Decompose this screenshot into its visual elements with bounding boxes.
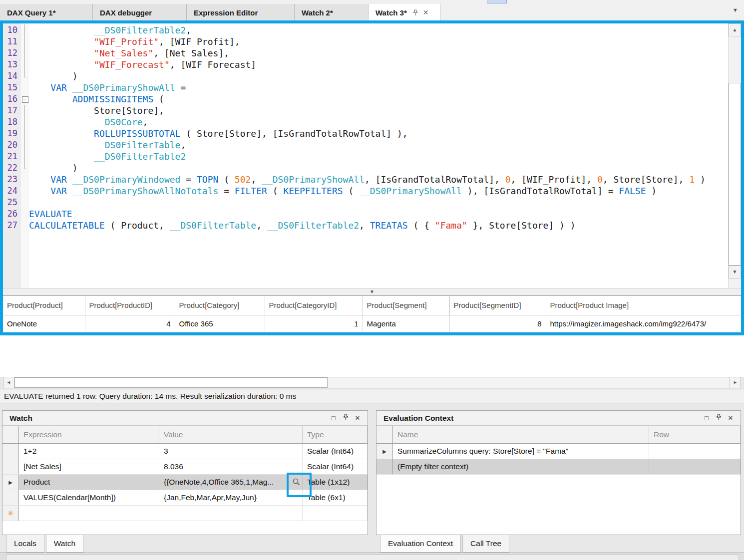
fold-margin [21, 208, 29, 220]
scroll-down-arrow-icon[interactable]: ▼ [729, 266, 741, 279]
watch-row-header[interactable] [2, 459, 19, 474]
watch-value-cell: {{OneNote,4,Office 365,1,Mag... [159, 475, 303, 490]
column-header-row[interactable]: Row [649, 426, 741, 443]
tab-expression-editor[interactable]: Expression Editor [187, 4, 295, 21]
maximize-icon[interactable]: □ [701, 414, 713, 422]
column-header-name[interactable]: Name [393, 426, 649, 443]
tab-watch-3[interactable]: Watch 3*✕ [369, 4, 440, 21]
code-line: 13 "WIF_Forecast", [WIF Forecast] [3, 59, 728, 70]
pin-icon[interactable] [340, 414, 352, 422]
cell-text: {Jan,Feb,Mar,Apr,May,Jun} [164, 493, 257, 502]
maximize-icon[interactable]: □ [328, 414, 340, 422]
results-column-product-product[interactable]: Product[Product] [3, 296, 85, 315]
fold-margin [21, 82, 29, 93]
results-column-product-categoryid[interactable]: Product[CategoryID] [265, 296, 363, 315]
close-icon[interactable]: ✕ [725, 414, 737, 422]
cell-text: 8.036 [164, 462, 183, 471]
watch-expression-cell[interactable] [19, 506, 159, 521]
fold-margin [21, 24, 29, 36]
fold-margin [21, 105, 29, 116]
results-column-product-segment[interactable]: Product[Segment] [363, 296, 449, 315]
line-number: 10 [3, 24, 21, 36]
watch-grid: ExpressionValueType1+23Scalar (Int64)[Ne… [2, 426, 368, 535]
watch-type-cell: Table (6x1) [303, 490, 368, 505]
evaluation-row-header[interactable] [376, 459, 393, 474]
scroll-right-arrow-icon[interactable]: ► [730, 377, 741, 388]
cell-text: SummarizeColumns query: Store[Store] = "… [397, 447, 568, 456]
evaluation-row-cell [649, 459, 741, 474]
code-line: 17 Store[Store], [3, 105, 728, 116]
close-icon[interactable]: ✕ [352, 414, 364, 422]
results-horizontal-scrollbar[interactable]: ◄ ► [3, 377, 741, 388]
watch-grid-row[interactable]: ✳ [2, 506, 368, 521]
eval-grid-row[interactable]: ▶SummarizeColumns query: Store[Store] = … [376, 444, 741, 459]
results-column-product-segmentid[interactable]: Product[SegmentID] [449, 296, 546, 315]
panel-tab-evaluation-context[interactable]: Evaluation Context [380, 535, 461, 553]
watch-panel-tabs: LocalsWatch [6, 535, 85, 553]
evaluation-row-header[interactable]: ▶ [376, 444, 393, 459]
code-text: VAR __DS0PrimaryShowAll = [29, 82, 728, 93]
panel-tab-call-tree[interactable]: Call Tree [462, 535, 509, 553]
query-results-grid: Product[Product]Product[ProductID]Produc… [3, 296, 741, 332]
watch-row-header[interactable] [2, 490, 19, 505]
line-number: 20 [3, 139, 21, 151]
column-header-type[interactable]: Type [303, 426, 368, 443]
toolbar-highlighted-button[interactable] [487, 0, 507, 3]
results-column-product-product-image[interactable]: Product[Product Image] [546, 296, 741, 315]
line-number: 13 [3, 59, 21, 70]
new-watch-row-header[interactable]: ✳ [2, 506, 19, 521]
tab-dax-query-1[interactable]: DAX Query 1* [0, 4, 93, 21]
line-number: 24 [3, 185, 21, 197]
column-header-expression[interactable]: Expression [19, 426, 159, 443]
scroll-left-arrow-icon[interactable]: ◄ [3, 377, 14, 388]
dax-code-editor[interactable]: 10 __DS0FilterTable2,11 "WIF_Profit", [W… [3, 23, 741, 288]
code-line: 25 [3, 197, 728, 208]
watch-row-header[interactable]: ▶ [2, 475, 19, 490]
evaluation-context-titlebar: Evaluation Context □ ✕ [376, 411, 741, 426]
watch-expression-cell[interactable]: VALUES(Calendar[Month]) [19, 490, 159, 505]
fold-margin [21, 151, 29, 162]
code-text: __DS0Core, [29, 116, 728, 128]
results-empty-area [0, 335, 744, 377]
row-header-column[interactable] [2, 426, 19, 443]
results-cell: https://imagizer.imageshack.com/img922/6… [546, 315, 741, 332]
column-header-value[interactable]: Value [159, 426, 303, 443]
results-cell: 4 [85, 315, 175, 332]
code-line: 16 ADDMISSINGITEMS ( [3, 93, 728, 105]
watch-row-header[interactable] [2, 444, 19, 459]
pin-icon[interactable] [713, 414, 725, 422]
scroll-up-arrow-icon[interactable]: ▲ [729, 23, 741, 36]
tab-list-dropdown-icon[interactable]: ▼ [733, 7, 738, 13]
watch-expression-cell[interactable]: [Net Sales] [19, 459, 159, 474]
tab-watch-2[interactable]: Watch 2* [295, 4, 369, 21]
row-header-column[interactable] [376, 426, 393, 443]
code-line: 24 VAR __DS0PrimaryShowAllNoTotals = FIL… [3, 185, 728, 197]
watch-grid-row[interactable]: [Net Sales]8.036Scalar (Int64) [2, 459, 368, 475]
tab-dax-debugger[interactable]: DAX debugger [93, 4, 187, 21]
watch-panel-title: Watch [9, 414, 328, 423]
pin-icon[interactable] [413, 9, 418, 16]
panel-tab-watch[interactable]: Watch [46, 535, 83, 553]
watch-expression-cell[interactable]: 1+2 [19, 444, 159, 459]
results-column-product-productid[interactable]: Product[ProductID] [85, 296, 175, 315]
close-icon[interactable]: ✕ [423, 8, 429, 16]
watch-grid-row[interactable]: 1+23Scalar (Int64) [2, 444, 368, 459]
horizontal-scrollbar-thumb[interactable] [14, 377, 328, 388]
watch-grid-row[interactable]: ▶Product{{OneNote,4,Office 365,1,Mag...T… [2, 475, 368, 490]
watch-grid-row[interactable]: VALUES(Calendar[Month]){Jan,Feb,Mar,Apr,… [2, 490, 368, 506]
editor-vertical-scrollbar[interactable]: ▲ ▼ [728, 23, 741, 288]
watch-expression-cell[interactable]: Product [19, 475, 159, 490]
editor-results-splitter[interactable]: ▼ [3, 288, 741, 296]
vertical-scrollbar-thumb[interactable] [729, 83, 741, 266]
magnifier-icon[interactable] [292, 478, 301, 488]
cell-text: Product [23, 478, 50, 487]
results-column-product-category[interactable]: Product[Category] [175, 296, 265, 315]
cell-text: VALUES(Calendar[Month]) [23, 493, 116, 502]
eval-grid-row[interactable]: (Empty filter context) [376, 459, 741, 475]
panel-tab-locals[interactable]: Locals [6, 535, 44, 553]
fold-margin [21, 185, 29, 197]
code-line: 12 "Net_Sales", [Net Sales], [3, 47, 728, 59]
evaluation-context-panel: Evaluation Context □ ✕ NameRow▶Summarize… [376, 410, 741, 535]
cell-text: [Net Sales] [23, 462, 61, 471]
line-number: 23 [3, 174, 21, 185]
